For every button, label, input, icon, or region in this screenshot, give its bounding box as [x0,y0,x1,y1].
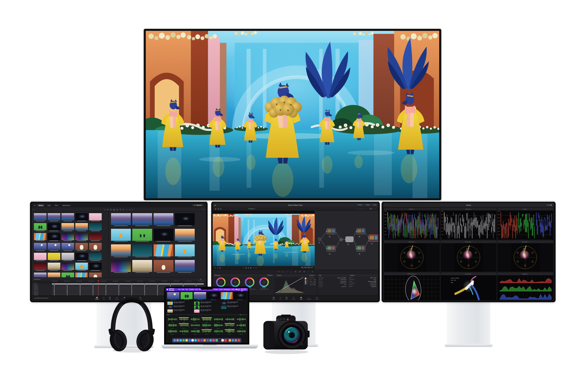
clip-dropdown[interactable]: Clip ▾ [369,208,373,210]
audio-take-tile[interactable]: Take 15 [167,329,178,334]
share-button[interactable]: ↗Share [364,204,370,206]
clip-thumbnail[interactable] [89,223,102,230]
clip-thumbnail[interactable] [154,260,173,272]
scope-panel-header[interactable]: Waveform▾ [384,208,440,210]
dock-icon[interactable] [221,339,224,342]
clip-thumbnail[interactable] [175,213,195,225]
curve-channel-G[interactable]: 50 [305,281,308,283]
clip-thumbnail[interactable] [34,223,46,230]
clip-thumbnail[interactable] [175,260,195,272]
laptop-list-item[interactable]: 004_07_01 00:00:00:0000:00:09:03 · 24 fp… [167,306,192,309]
audio-take-tile[interactable]: Take 17 [190,329,200,334]
apple-icon[interactable] [167,289,168,290]
track-lane[interactable] [52,283,204,285]
clip-thumbnail[interactable] [154,229,173,241]
audio-take-tile[interactable]: Take 4 [201,317,212,322]
clip-thumbnail[interactable] [34,213,46,220]
dock-icon[interactable] [229,339,231,342]
clip-thumbnail[interactable] [75,253,88,260]
menu-timeline[interactable]: Timeline [189,289,194,290]
clip-thumbnail[interactable] [48,233,60,240]
audio-take-tile[interactable]: Take 3 [190,317,200,322]
clip-thumbnail[interactable] [48,253,60,260]
laptop-list-item[interactable]: 007_01_02 00:00:00:0000:00:11:05 · 24 fp… [167,309,192,313]
menu-color[interactable]: Color [219,289,223,290]
dock-icon[interactable] [197,339,200,342]
menu-trim[interactable]: Trim [185,289,188,290]
clip-thumbnail[interactable] [111,229,131,241]
audio-take-tile[interactable]: Take 20 [224,329,235,334]
app-grid-icon[interactable]: ⊞ [34,204,35,206]
clip-thumbnail[interactable] [34,263,46,270]
dock-icon[interactable] [194,339,197,342]
clip-thumbnail[interactable] [132,229,152,241]
clip-thumbnail[interactable] [62,223,74,230]
clip-thumbnail[interactable] [34,233,46,240]
clip-thumbnail[interactable] [62,233,74,240]
clip-thumbnail[interactable] [48,223,60,230]
scope-panel-header[interactable]: Vectorscope▾ [441,240,496,243]
palette-toolbar[interactable]: ✎◻◐〰⊞✚❖◔⋔ [213,270,378,273]
scope-panel-header[interactable]: CIE Chromaticity▾ [384,273,440,275]
audio-take-tile[interactable]: Take 2 [178,317,189,322]
dock-icon[interactable] [182,339,185,342]
menu-clip[interactable]: Clip [195,289,198,290]
laptop-clip-thumbnail[interactable]: A005_03_22 [221,292,233,299]
clip-thumbnail[interactable] [75,223,88,230]
timeline-track[interactable]: Master [32,283,206,285]
clip-thumbnail[interactable] [175,244,195,256]
audio-take-tile[interactable]: Take 5 [213,317,224,322]
clip-thumbnail[interactable] [132,213,152,225]
audio-take-tile[interactable]: Take 9 [178,323,189,328]
curve-mode-dropdown[interactable]: Custom ▾ [309,275,315,276]
audio-view-icons[interactable]: ▸▦≡⊡⋮ [238,314,246,315]
media-tab-clips[interactable]: Clips [46,204,52,207]
highlights-button[interactable]: ⊕ Highlights [192,204,204,206]
clip-thumbnail[interactable] [62,213,74,220]
dock-icon[interactable] [224,339,227,342]
audio-take-tile[interactable]: Take 19 [213,329,224,334]
scope-panel-header[interactable]: Vectorscope▾ [384,240,440,243]
dock-icon[interactable] [179,339,182,342]
clip-thumbnail[interactable] [75,243,88,250]
page-button-media[interactable]: ▦Media [95,297,99,300]
dock-icon[interactable] [209,339,212,342]
page-button-edit[interactable]: ▤Edit [286,297,288,300]
dock-icon[interactable] [232,339,234,342]
clip-thumbnail[interactable] [111,244,131,256]
audio-take-tile[interactable]: Take 1 [167,317,178,322]
dock-icon[interactable] [203,339,206,342]
clip-thumbnail[interactable] [48,263,60,270]
clip-thumbnail[interactable] [89,233,102,240]
clip-thumbnail[interactable] [75,263,88,270]
media-tab-media[interactable]: Media [37,204,44,207]
clip-thumbnail[interactable] [111,213,131,225]
curve-channel-Y[interactable]: 50 [305,278,308,279]
clip-thumbnail[interactable] [62,253,74,260]
clip-thumbnail[interactable] [154,213,173,225]
clip-thumbnail[interactable] [48,213,60,220]
laptop-clip-thumbnail[interactable]: A006_09_15 [234,292,246,299]
more-icon[interactable]: ⋯ [375,208,376,210]
dock-icon[interactable] [176,339,179,342]
laptop-list-item[interactable]: 006_09_15 00:00:00:0000:00:07:20 · 24 fp… [221,306,246,309]
clip-thumbnail[interactable] [89,213,102,220]
media-tab-media-pool[interactable]: Media Pool [61,204,72,207]
clip-thumbnail[interactable] [34,243,46,250]
node-graph[interactable]: 01020304050607 [315,211,378,270]
color-wheel-offset[interactable]: +Offset0.000.000.00 [258,277,270,290]
laptop-list-item[interactable]: 001_05_12 00:00:00:0000:00:08:00 · 24 fp… [167,302,192,305]
audio-take-tile[interactable]: Take 14 [236,323,246,328]
audio-take-tile[interactable]: Take 10 [190,323,200,328]
curve-plot[interactable] [276,277,303,293]
clip-thumbnail[interactable] [132,244,152,256]
clip-thumbnail[interactable] [89,243,102,250]
timeline-track[interactable]: Camera 1 [32,285,206,286]
menu-fusion[interactable]: Fusion [214,289,218,290]
dock-icon[interactable] [212,339,215,342]
audio-take-tile[interactable]: Take 11 [201,323,212,328]
audio-take-tile[interactable]: Take 7 [236,317,246,322]
scope-panel-header[interactable]: Histogram▾ [497,273,553,275]
wheel-mode-dropdown[interactable]: Wheels ▾ [267,275,273,276]
viewer-tools-icons[interactable]: ✎◻◉ [214,267,221,269]
